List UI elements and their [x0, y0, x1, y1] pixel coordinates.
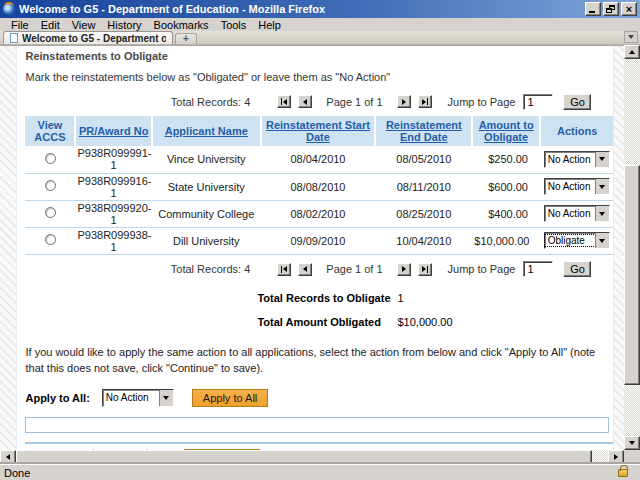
- section-divider: [25, 442, 613, 444]
- close-button[interactable]: ×: [621, 2, 637, 16]
- previous-page-icon: [303, 99, 307, 105]
- jump-to-page-label: Jump to Page: [448, 96, 516, 108]
- reinstatements-table: View ACCS PR/Award No Applicant Name Rei…: [25, 116, 613, 255]
- arrow-left-icon: [6, 454, 10, 460]
- list-all-tabs-button[interactable]: [624, 31, 638, 43]
- title-bar: Welcome to G5 - Department of Education …: [0, 0, 640, 18]
- view-accs-radio[interactable]: [45, 180, 56, 191]
- total-records-label: Total Records: 4: [171, 263, 250, 275]
- last-page-icon: [422, 99, 426, 105]
- menu-tools[interactable]: Tools: [215, 19, 253, 31]
- view-accs-radio[interactable]: [45, 234, 56, 245]
- last-page-button[interactable]: [418, 95, 432, 108]
- apply-to-all-select[interactable]: No Action: [102, 389, 174, 407]
- total-records-to-obligate-value: 1: [397, 292, 403, 304]
- award-number: P938R099916-1: [75, 173, 151, 200]
- first-page-button[interactable]: [277, 263, 291, 276]
- go-button[interactable]: Go: [563, 261, 591, 277]
- apply-to-all-label: Apply to All:: [25, 392, 89, 404]
- menu-view[interactable]: View: [66, 19, 102, 31]
- award-number: P938R099920-1: [75, 200, 151, 227]
- scroll-down-button[interactable]: [624, 436, 640, 450]
- tab-label: Welcome to G5 - Department of Edu...: [22, 33, 166, 44]
- vertical-scrollbar-thumb[interactable]: [624, 165, 640, 385]
- chevron-down-icon: [595, 152, 609, 167]
- action-select[interactable]: No Action: [544, 178, 610, 195]
- col-reinstatement-start-date[interactable]: Reinstatement Start Date: [261, 116, 376, 146]
- new-tab-button[interactable]: +: [175, 33, 197, 44]
- total-records-to-obligate-label: Total Records to Obligate: [257, 292, 397, 304]
- scroll-left-button[interactable]: [0, 450, 16, 464]
- apply-to-all-button[interactable]: Apply to All: [192, 389, 268, 407]
- arrow-right-icon: [614, 454, 618, 460]
- previous-page-button[interactable]: [298, 263, 312, 276]
- minimize-icon: [589, 11, 595, 13]
- menu-file[interactable]: File: [5, 19, 35, 31]
- next-page-button[interactable]: [397, 263, 411, 276]
- status-bar: Done: [0, 464, 640, 480]
- close-icon: ×: [622, 3, 636, 15]
- apply-to-all-note: If you would like to apply the same acti…: [25, 344, 609, 377]
- action-select[interactable]: No Action: [544, 205, 610, 222]
- next-page-button[interactable]: [397, 95, 411, 108]
- page-favicon: [10, 33, 18, 43]
- start-date: 08/04/2010: [261, 146, 376, 173]
- pagination-top: Total Records: 4 Page 1 of 1 Jump to Pag…: [25, 93, 591, 110]
- page-title: Reinstatements to Obligate: [25, 50, 613, 62]
- menu-help[interactable]: Help: [252, 19, 287, 31]
- end-date: 08/05/2010: [375, 146, 472, 173]
- view-accs-radio[interactable]: [45, 207, 56, 218]
- chevron-down-icon: [595, 179, 609, 194]
- view-accs-radio[interactable]: [45, 153, 56, 164]
- previous-page-button[interactable]: [298, 95, 312, 108]
- menu-bookmarks[interactable]: Bookmarks: [148, 19, 215, 31]
- menu-edit[interactable]: Edit: [35, 19, 66, 31]
- jump-to-page-input[interactable]: [523, 261, 553, 277]
- comment-input[interactable]: [25, 417, 609, 433]
- scroll-right-button[interactable]: [608, 450, 624, 464]
- col-view-accs: View ACCS: [25, 116, 75, 146]
- action-select[interactable]: No Action: [544, 151, 610, 168]
- scroll-up-button[interactable]: [624, 45, 640, 59]
- col-reinstatement-end-date[interactable]: Reinstatement End Date: [375, 116, 472, 146]
- pagination-bottom: Total Records: 4 Page 1 of 1 Jump to Pag…: [25, 261, 591, 278]
- tab-welcome-g5[interactable]: Welcome to G5 - Department of Edu...: [3, 31, 173, 44]
- page-indicator: Page 1 of 1: [326, 96, 382, 108]
- minimize-button[interactable]: [585, 2, 601, 16]
- table-row: P938R099991-1 Vince University 08/04/201…: [25, 146, 613, 173]
- scrollbar-corner: [624, 450, 640, 464]
- next-page-icon: [402, 99, 406, 105]
- horizontal-scrollbar-thumb[interactable]: [16, 450, 592, 464]
- menu-history[interactable]: History: [101, 19, 147, 31]
- horizontal-scrollbar[interactable]: [0, 450, 624, 464]
- action-select[interactable]: Obligate: [544, 232, 610, 249]
- last-page-icon: [422, 266, 426, 272]
- vertical-scrollbar[interactable]: [624, 45, 640, 450]
- first-page-button[interactable]: [277, 95, 291, 108]
- col-pr-award-no[interactable]: PR/Award No: [75, 116, 151, 146]
- award-number: P938R099991-1: [75, 146, 151, 173]
- col-actions: Actions: [540, 116, 614, 146]
- total-amount-obligated-label: Total Amount Obligated: [257, 316, 397, 328]
- restore-button[interactable]: [603, 2, 619, 16]
- applicant-name: Dill University: [152, 227, 261, 254]
- col-amount-to-obligate[interactable]: Amount to Obligate: [472, 116, 540, 146]
- table-row: P938R099938-1 Dill University 09/09/2010…: [25, 227, 613, 254]
- window-title: Welcome to G5 - Department of Education …: [19, 3, 585, 15]
- start-date: 08/02/2010: [261, 200, 376, 227]
- applicant-name: Community College: [152, 200, 261, 227]
- total-amount-obligated-value: $10,000.00: [397, 316, 452, 328]
- left-margin-pattern: [0, 46, 17, 450]
- go-button[interactable]: Go: [563, 94, 591, 110]
- col-applicant-name[interactable]: Applicant Name: [152, 116, 261, 146]
- applicant-name: State University: [152, 173, 261, 200]
- end-date: 10/04/2010: [375, 227, 472, 254]
- menu-bar: File Edit View History Bookmarks Tools H…: [0, 18, 640, 31]
- secure-lock-icon[interactable]: [618, 469, 628, 477]
- table-header-row: View ACCS PR/Award No Applicant Name Rei…: [25, 116, 613, 146]
- jump-to-page-input[interactable]: [523, 94, 553, 110]
- previous-page-icon: [303, 266, 307, 272]
- page-indicator: Page 1 of 1: [326, 263, 382, 275]
- last-page-button[interactable]: [418, 263, 432, 276]
- right-margin-pattern: [613, 46, 624, 450]
